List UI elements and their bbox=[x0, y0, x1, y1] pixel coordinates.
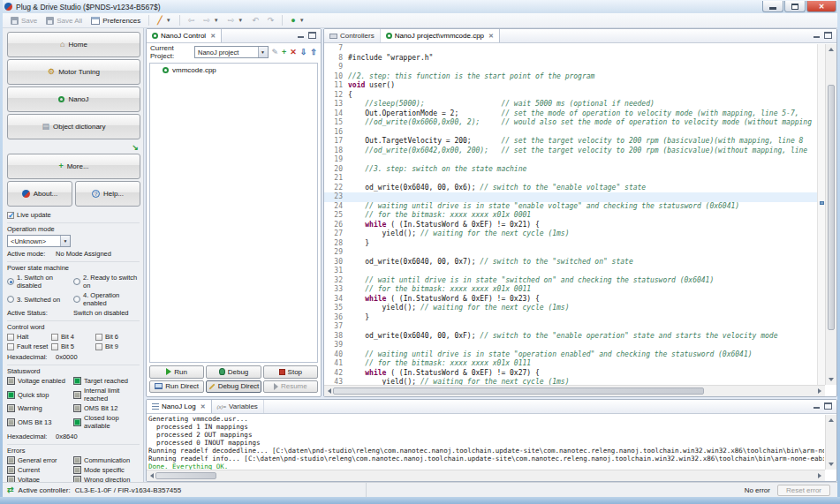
tab-editor-0[interactable]: Controllers bbox=[324, 29, 381, 42]
control-word-hex-value: 0x0000 bbox=[56, 353, 78, 361]
debug-direct-button[interactable]: Debug Direct bbox=[206, 380, 261, 394]
error-indicator bbox=[7, 456, 15, 464]
power-state-radio[interactable]: 1. Switch on disabled bbox=[7, 274, 73, 290]
back-button[interactable]: ⇦ bbox=[184, 15, 200, 26]
tree-item-vmmcode.cpp[interactable]: vmmcode.cpp bbox=[150, 65, 317, 75]
line-number: 10 bbox=[324, 72, 348, 82]
line-number: 24 bbox=[324, 202, 348, 212]
live-update-checkbox[interactable]: Live update bbox=[7, 211, 140, 219]
import-project-icon[interactable]: ⇩ bbox=[300, 48, 307, 56]
power-state-radio[interactable]: 2. Ready to switch on bbox=[73, 274, 140, 290]
sidebar-item-more[interactable]: +More... bbox=[7, 154, 140, 179]
delete-project-icon[interactable]: ✕ bbox=[290, 48, 297, 56]
scrollbar-thumb[interactable] bbox=[333, 387, 704, 395]
line-number: 13 bbox=[324, 100, 348, 109]
sidebar-item-label: NanoJ bbox=[68, 95, 88, 103]
log-output[interactable]: Generating vmmcode.usr... processed 1 IN… bbox=[148, 415, 824, 470]
tab-editor-1[interactable]: NanoJ project\vmmcode.cpp✕ bbox=[381, 29, 500, 42]
close-icon: ✕ bbox=[819, 3, 825, 11]
editor-vertical-scrollbar[interactable] bbox=[825, 44, 836, 385]
statusword-bit: Internal limit reached bbox=[73, 387, 140, 402]
control-word-checkbox[interactable]: Bit 6 bbox=[95, 333, 140, 341]
sidebar-item-nanoj[interactable]: NanoJ bbox=[7, 87, 140, 112]
run-history-button[interactable]: ●▼ bbox=[286, 15, 308, 26]
editor-horizontal-scrollbar[interactable] bbox=[324, 385, 825, 396]
restore-view-icon[interactable]: ↘ bbox=[132, 143, 139, 152]
code-line: 15 //od_write(0x6060,0x00, 2); // would … bbox=[324, 118, 817, 128]
sidebar-item-home[interactable]: ⌂Home bbox=[7, 32, 140, 57]
run-button[interactable]: Run bbox=[149, 365, 204, 379]
line-number: 14 bbox=[324, 109, 348, 119]
checkbox-label: Bit 9 bbox=[105, 342, 118, 350]
scrollbar-thumb[interactable] bbox=[828, 85, 835, 330]
close-icon[interactable]: ✕ bbox=[201, 403, 206, 410]
last-edit-button[interactable]: ⇨▼ bbox=[223, 15, 248, 26]
scroll-up-icon[interactable] bbox=[829, 418, 834, 422]
about-button[interactable]: About... bbox=[7, 181, 72, 207]
save-button[interactable]: Save bbox=[6, 16, 42, 26]
close-icon[interactable]: ✕ bbox=[210, 33, 216, 40]
redo-button[interactable]: ↷ bbox=[263, 15, 279, 26]
checkbox-label: Bit 5 bbox=[61, 342, 74, 350]
power-state-radio[interactable]: 3. Switched on bbox=[7, 291, 73, 307]
maximize-view-icon[interactable] bbox=[308, 32, 316, 39]
scroll-right-icon[interactable] bbox=[818, 388, 821, 394]
preferences-button[interactable]: Preferences bbox=[87, 16, 145, 26]
close-button[interactable]: ✕ bbox=[806, 1, 836, 12]
code-line: 25 // for the bitmask: xxxx xxxx x01x 00… bbox=[324, 211, 817, 221]
scroll-right-icon[interactable] bbox=[818, 473, 821, 478]
rename-project-icon[interactable]: ✎ bbox=[272, 48, 279, 56]
line-number: 28 bbox=[324, 239, 348, 249]
save-all-button[interactable]: Save All bbox=[42, 16, 87, 26]
overview-ruler[interactable] bbox=[817, 44, 825, 385]
debug-button[interactable]: Debug bbox=[206, 365, 261, 379]
control-word-checkbox[interactable]: Fault reset bbox=[7, 342, 51, 350]
scroll-left-icon[interactable] bbox=[150, 473, 154, 478]
close-icon[interactable]: ✕ bbox=[488, 33, 494, 40]
power-state-radio[interactable]: 4. Operation enabled bbox=[73, 291, 140, 307]
resume-button[interactable]: Resume bbox=[263, 380, 318, 394]
overview-marker[interactable] bbox=[820, 201, 824, 205]
minimize-view-icon[interactable] bbox=[813, 32, 821, 39]
scroll-left-icon[interactable] bbox=[328, 388, 331, 394]
project-file-tree[interactable]: vmmcode.cpp bbox=[149, 63, 318, 363]
scroll-up-icon[interactable] bbox=[829, 48, 834, 51]
control-word-checkbox[interactable]: Bit 9 bbox=[95, 342, 140, 350]
run-direct-button[interactable]: Run Direct bbox=[149, 380, 204, 394]
log-horizontal-scrollbar[interactable] bbox=[147, 470, 825, 481]
main-area: ⌂Home⚙Motor TuningNanoJ▤Object dictionar… bbox=[3, 28, 837, 482]
control-word-checkbox[interactable]: Bit 5 bbox=[51, 342, 95, 350]
help-button[interactable]: ? Help... bbox=[75, 181, 140, 207]
maximize-view-icon[interactable] bbox=[824, 32, 832, 39]
control-word-checkbox[interactable]: Halt bbox=[7, 333, 51, 341]
minimize-view-icon[interactable] bbox=[297, 32, 305, 39]
radio-label: 3. Switched on bbox=[17, 296, 60, 304]
tab-nanoj-control[interactable]: NanoJ Control ✕ bbox=[147, 29, 222, 42]
maximize-view-icon[interactable] bbox=[824, 402, 832, 410]
scrollbar-thumb[interactable] bbox=[155, 472, 216, 479]
export-project-icon[interactable]: ⇧ bbox=[310, 48, 317, 56]
control-word-checkbox[interactable]: Bit 4 bbox=[51, 333, 95, 341]
run-wand-button[interactable]: ╱▼ bbox=[153, 15, 175, 26]
forward-button[interactable]: ⇨▼ bbox=[199, 15, 223, 26]
stop-button[interactable]: Stop bbox=[263, 365, 318, 379]
error-indicator bbox=[73, 456, 81, 464]
scroll-down-icon[interactable] bbox=[829, 378, 834, 381]
reset-error-button[interactable]: Reset error bbox=[777, 485, 830, 496]
maximize-button[interactable] bbox=[784, 1, 806, 12]
minimize-button[interactable] bbox=[762, 1, 783, 12]
minimize-view-icon[interactable] bbox=[813, 402, 821, 410]
scroll-down-icon[interactable] bbox=[829, 463, 834, 466]
project-select[interactable]: NanoJ project ▼ bbox=[194, 46, 269, 58]
add-project-icon[interactable]: + bbox=[282, 48, 286, 56]
tab-variables[interactable]: (x)=Variables bbox=[212, 400, 264, 413]
operation-mode-select[interactable]: <Unknown> ▼ bbox=[7, 235, 71, 247]
tab-nanoj-log[interactable]: NanoJ Log✕ bbox=[147, 400, 212, 413]
active-controller-value: CL3-E-1-0F / FIR-v1634-B357455 bbox=[75, 486, 182, 494]
error-bit-label: Mode specific bbox=[84, 466, 125, 474]
code-editor[interactable]: 78#include "wrapper.h"910//2. step: this… bbox=[324, 44, 817, 385]
sidebar-item-object-dictionary[interactable]: ▤Object dictionary bbox=[7, 114, 140, 139]
log-vertical-scrollbar[interactable] bbox=[825, 415, 836, 470]
sidebar-item-motor-tuning[interactable]: ⚙Motor Tuning bbox=[7, 59, 140, 85]
undo-button[interactable]: ↶ bbox=[247, 15, 263, 26]
